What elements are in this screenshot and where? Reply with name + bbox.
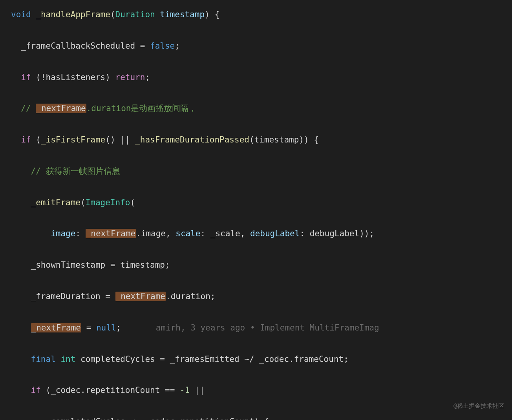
keyword-void: void xyxy=(11,10,31,19)
function-name: _handleAppFrame xyxy=(36,10,110,19)
code-editor[interactable]: void _handleAppFrame(Duration timestamp)… xyxy=(11,7,512,420)
code-line: if (_isFirstFrame() || _hasFrameDuration… xyxy=(11,132,512,148)
code-line: _emitFrame(ImageInfo( xyxy=(11,195,512,211)
param-timestamp: timestamp xyxy=(160,10,205,19)
code-line: completedCycles <= _codec.repetitionCoun… xyxy=(11,414,512,420)
code-line: _frameDuration = _nextFrame.duration; xyxy=(11,289,512,305)
keyword-if: if xyxy=(31,385,41,395)
variable: _framesEmitted xyxy=(170,354,240,364)
property: image xyxy=(141,229,166,238)
variable: _codec xyxy=(51,385,80,395)
property: repetitionCount xyxy=(86,385,160,395)
code-line: _nextFrame = null; amirh, 3 years ago • … xyxy=(11,320,512,336)
keyword-null: null xyxy=(96,323,116,332)
variable: _codec xyxy=(145,417,175,420)
code-line: void _handleAppFrame(Duration timestamp)… xyxy=(11,7,512,23)
code-line: final int completedCycles = _framesEmitt… xyxy=(11,352,512,367)
function-call: _isFirstFrame xyxy=(41,135,105,144)
variable: debugLabel xyxy=(310,229,359,238)
property: duration xyxy=(171,292,210,301)
code-line: // 获得新一帧图片信息 xyxy=(11,164,512,179)
variable: _codec xyxy=(259,354,289,364)
keyword-false: false xyxy=(150,41,175,51)
code-line: if (!hasListeners) return; xyxy=(11,70,512,86)
named-param: debugLabel xyxy=(250,229,300,238)
variable: hasListeners xyxy=(46,73,106,82)
comment-prefix: // xyxy=(21,104,36,113)
type-duration: Duration xyxy=(115,10,155,19)
git-blame-annotation: amirh, 3 years ago • Implement MultiFram… xyxy=(156,323,379,332)
keyword-if: if xyxy=(21,135,31,144)
keyword-final: final xyxy=(31,354,56,364)
code-line: _shownTimestamp = timestamp; xyxy=(11,257,512,273)
variable: _scale xyxy=(210,229,240,238)
argument: timestamp xyxy=(254,135,299,144)
comment-text: .duration是动画播放间隔， xyxy=(86,104,197,113)
variable: _frameDuration xyxy=(31,292,101,301)
highlight-nextframe: _nextFrame xyxy=(115,292,166,301)
function-call: _hasFrameDurationPassed xyxy=(135,135,249,144)
property: frameCount xyxy=(294,354,344,364)
named-param: scale xyxy=(176,229,200,238)
type-int: int xyxy=(60,354,75,364)
number-literal: -1 xyxy=(180,385,190,395)
watermark-text: @稀土掘金技术社区 xyxy=(453,400,504,412)
keyword-return: return xyxy=(115,73,145,82)
variable: completedCycles xyxy=(51,417,125,420)
comment-text: // 获得新一帧图片信息 xyxy=(31,166,120,176)
code-line: if (_codec.repetitionCount == -1 || xyxy=(11,383,512,398)
code-line: _frameCallbackScheduled = false; xyxy=(11,38,512,54)
variable: completedCycles xyxy=(80,354,155,364)
keyword-if: if xyxy=(21,73,31,82)
type-imageinfo: ImageInfo xyxy=(86,198,130,207)
property: repetitionCount xyxy=(180,417,254,420)
named-param: image xyxy=(51,229,75,238)
variable: _frameCallbackScheduled xyxy=(21,41,135,51)
code-line: // _nextFrame.duration是动画播放间隔， xyxy=(11,101,512,117)
variable: _shownTimestamp xyxy=(31,260,106,270)
function-call: _emitFrame xyxy=(31,198,80,207)
highlight-nextframe: _nextFrame xyxy=(31,323,81,332)
code-line: image: _nextFrame.image, scale: _scale, … xyxy=(11,226,512,242)
highlight-nextframe: _nextFrame xyxy=(86,229,136,238)
highlight-nextframe: _nextFrame xyxy=(36,104,86,113)
variable: timestamp xyxy=(120,260,165,270)
